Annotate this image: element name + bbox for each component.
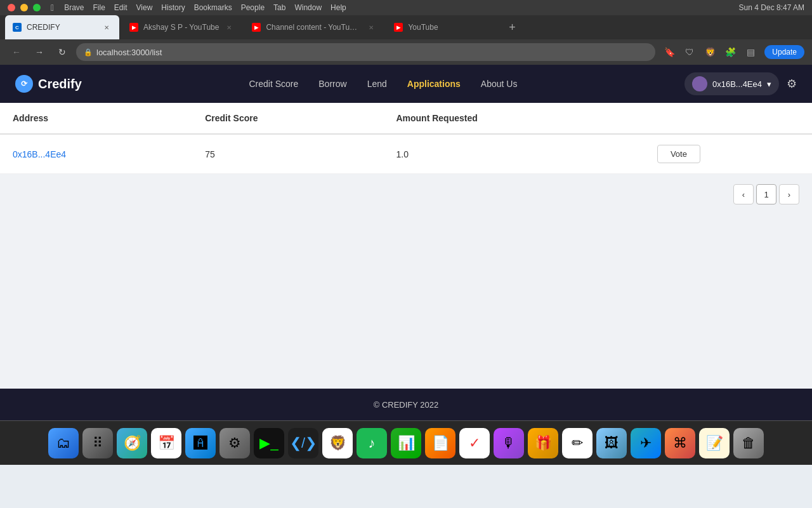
row-credit-score: 75 — [192, 134, 383, 174]
tab-akshay-close[interactable]: ✕ — [224, 22, 234, 32]
nav-borrow[interactable]: Borrow — [318, 79, 346, 89]
nav-applications[interactable]: Applications — [407, 79, 461, 89]
table-body: 0x16B...4Ee4 75 1.0 Vote — [0, 134, 812, 174]
dock-preview[interactable]: 🖼 — [596, 428, 627, 458]
dock-notes[interactable]: 📝 — [699, 428, 730, 458]
url-text: localhost:3000/list — [96, 48, 648, 57]
dock-gift[interactable]: 🎁 — [528, 428, 558, 458]
youtube-tab-favicon: ▶ — [394, 23, 403, 32]
macos-menu-bar: Brave File Edit View History Bookmarks P… — [64, 3, 346, 12]
pagination: ‹ 1 › — [0, 174, 812, 215]
prev-page-button[interactable]: ‹ — [733, 184, 754, 204]
akshay-tab-favicon: ▶ — [129, 23, 138, 32]
dock-brave[interactable]: 🦁 — [322, 428, 353, 458]
menu-view[interactable]: View — [136, 3, 153, 12]
new-tab-button[interactable]: + — [503, 15, 521, 39]
app-nav-links: Credit Score Borrow Lend Applications Ab… — [249, 79, 517, 89]
dock-appstore[interactable]: 🅰 — [185, 428, 216, 458]
menu-help[interactable]: Help — [331, 3, 346, 12]
dock-vscode[interactable]: ❮/❯ — [288, 428, 318, 458]
row-amount-requested: 1.0 — [383, 134, 644, 174]
tab-youtube[interactable]: ▶ YouTube — [386, 15, 501, 39]
macos-titlebar:  Brave File Edit View History Bookmarks… — [0, 0, 812, 15]
table-row: 0x16B...4Ee4 75 1.0 Vote — [0, 134, 812, 174]
nav-lend[interactable]: Lend — [367, 79, 387, 89]
nav-credit-score[interactable]: Credit Score — [249, 79, 298, 89]
applications-table: Address Credit Score Amount Requested 0x… — [0, 103, 812, 174]
dock-reminders[interactable]: ✓ — [459, 428, 490, 458]
settings-icon[interactable]: ⚙ — [787, 77, 797, 91]
update-button[interactable]: Update — [764, 45, 804, 59]
refresh-button[interactable]: ↻ — [53, 43, 71, 61]
logo-icon: ⟳ — [15, 75, 33, 93]
next-page-button[interactable]: › — [779, 184, 799, 204]
dock-settings[interactable]: ⚙ — [219, 428, 250, 458]
menu-edit[interactable]: Edit — [114, 3, 128, 12]
lock-icon: 🔒 — [84, 48, 93, 57]
col-action — [645, 103, 812, 134]
dock-raycast[interactable]: ⌘ — [665, 428, 695, 458]
sidebar-icon[interactable]: ▤ — [742, 43, 759, 61]
tab-youtube-title: YouTube — [408, 23, 493, 32]
app-content: ⟳ Credify Credit Score Borrow Lend Appli… — [0, 65, 812, 420]
dock-terminal[interactable]: ▶_ — [254, 428, 284, 458]
tab-akshay[interactable]: ▶ Akshay S P - YouTube ✕ — [122, 15, 242, 39]
maximize-window-button[interactable] — [33, 4, 41, 11]
shield-icon[interactable]: 🛡 — [681, 43, 698, 61]
address-link[interactable]: 0x16B...4Ee4 — [13, 149, 66, 159]
system-time: Sun 4 Dec 8:47 AM — [739, 3, 804, 12]
wallet-avatar — [692, 76, 707, 91]
app-logo: ⟳ Credify — [15, 75, 82, 93]
table-header: Address Credit Score Amount Requested — [0, 103, 812, 134]
credify-favicon: C — [13, 23, 22, 32]
menu-tab[interactable]: Tab — [273, 3, 285, 12]
close-window-button[interactable] — [8, 4, 15, 11]
menu-bookmarks[interactable]: Bookmarks — [194, 3, 232, 12]
minimize-window-button[interactable] — [20, 4, 28, 11]
bookmark-icon[interactable]: 🔖 — [660, 43, 678, 61]
tab-credify[interactable]: C CREDIFY ✕ — [5, 15, 119, 39]
tab-channel-close[interactable]: ✕ — [366, 22, 376, 32]
dock-podcasts[interactable]: 🎙 — [494, 428, 524, 458]
browser-tab-bar: C CREDIFY ✕ ▶ Akshay S P - YouTube ✕ ▶ C… — [0, 15, 812, 39]
nav-about-us[interactable]: About Us — [481, 79, 518, 89]
channel-tab-favicon: ▶ — [252, 23, 261, 32]
footer-text: © CREDIFY 2022 — [374, 400, 439, 410]
app-navbar: ⟳ Credify Credit Score Borrow Lend Appli… — [0, 65, 812, 103]
dock-spotify[interactable]: ♪ — [357, 428, 387, 458]
dock-pages[interactable]: 📄 — [425, 428, 455, 458]
current-page-button[interactable]: 1 — [756, 184, 776, 204]
menu-brave[interactable]: Brave — [64, 3, 84, 12]
browser-action-icons: 🔖 🛡 🦁 🧩 ▤ — [660, 43, 759, 61]
forward-button[interactable]: → — [30, 43, 48, 61]
menu-file[interactable]: File — [93, 3, 105, 12]
tab-credify-close[interactable]: ✕ — [102, 22, 112, 32]
table-area: Address Credit Score Amount Requested 0x… — [0, 103, 812, 389]
wallet-address-button[interactable]: 0x16B...4Ee4 ▾ — [684, 72, 779, 95]
brave-rewards-icon[interactable]: 🦁 — [701, 43, 719, 61]
back-button[interactable]: ← — [8, 43, 25, 61]
url-bar[interactable]: 🔒 localhost:3000/list — [76, 43, 655, 61]
dock-calendar[interactable]: 📅 — [151, 428, 181, 458]
tab-channel[interactable]: ▶ Channel content - YouTube Studio ✕ — [244, 15, 384, 39]
row-vote-cell: Vote — [645, 134, 812, 174]
extensions-icon[interactable]: 🧩 — [721, 43, 739, 61]
dock-launchpad[interactable]: ⠿ — [82, 428, 113, 458]
browser-nav-bar: ← → ↻ 🔒 localhost:3000/list 🔖 🛡 🦁 🧩 ▤ Up… — [0, 39, 812, 65]
tab-credify-title: CREDIFY — [27, 23, 96, 32]
app-logo-text: Credify — [38, 77, 82, 91]
menu-window[interactable]: Window — [294, 3, 322, 12]
dock-safari[interactable]: 🧭 — [117, 428, 147, 458]
tab-akshay-title: Akshay S P - YouTube — [143, 23, 219, 32]
wallet-address-text: 0x16B...4Ee4 — [712, 79, 762, 89]
menu-history[interactable]: History — [161, 3, 185, 12]
dock-numbers[interactable]: 📊 — [391, 428, 421, 458]
vote-button[interactable]: Vote — [657, 145, 700, 163]
apple-icon[interactable]:  — [51, 3, 54, 13]
dock-trash[interactable]: 🗑 — [733, 428, 764, 458]
dock-kolibri[interactable]: ✏ — [562, 428, 593, 458]
dock-finder[interactable]: 🗂 — [48, 428, 79, 458]
dock-telegram[interactable]: ✈ — [631, 428, 661, 458]
menu-people[interactable]: People — [241, 3, 265, 12]
col-credit-score: Credit Score — [192, 103, 383, 134]
